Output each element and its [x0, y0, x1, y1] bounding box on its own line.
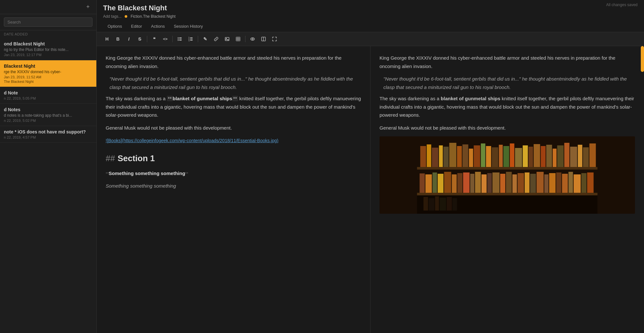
toolbar-highlight-btn[interactable]: ✎ — [200, 34, 210, 44]
tab-session-history[interactable]: Session History — [169, 21, 207, 32]
svg-point-4 — [178, 40, 179, 41]
editor-pane[interactable]: King George the XIXXIV donned his cyber-… — [97, 46, 370, 333]
note-list-item-note3[interactable]: d Note n 22, 2019, 5:05 PM — [0, 87, 96, 104]
note-item-date: Jan 23, 2019, 12:17 PM — [4, 53, 92, 57]
section-hash: ## — [106, 153, 115, 163]
note-item-title: note * iOS does not have md support? — [4, 129, 92, 134]
sidebar-header: + — [0, 0, 96, 14]
note-item-title: ond Blackest Night — [4, 41, 92, 46]
scrollbar-thumb[interactable] — [641, 46, 644, 72]
toolbar-ul-btn[interactable] — [175, 34, 185, 44]
note-item-date: n 22, 2019, 5:05 PM — [4, 96, 92, 100]
svg-rect-72 — [525, 172, 530, 193]
note-list-item-note4[interactable]: d Notes d notes is a note-taking app tha… — [0, 104, 96, 126]
search-input[interactable] — [4, 17, 92, 27]
toolbar-image-btn[interactable] — [222, 34, 232, 44]
note-item-tag: The Blackest Night — [4, 80, 92, 83]
toolbar-strikethrough-btn[interactable]: S — [135, 34, 145, 44]
svg-rect-45 — [534, 144, 540, 167]
svg-rect-55 — [420, 173, 425, 193]
svg-rect-50 — [564, 143, 570, 167]
svg-rect-52 — [578, 145, 582, 167]
svg-rect-79 — [569, 172, 573, 193]
svg-rect-34 — [469, 149, 473, 167]
toolbar-preview-btn[interactable] — [247, 34, 258, 44]
svg-rect-46 — [541, 146, 546, 167]
toolbar-split-btn[interactable] — [258, 34, 269, 44]
preview-quote: "Never thought it'd be 6-foot-tall, sent… — [380, 75, 635, 91]
tab-editor[interactable]: Editor — [127, 21, 147, 32]
svg-rect-84 — [424, 197, 428, 211]
toolbar-separator-3 — [198, 36, 198, 42]
svg-rect-60 — [452, 174, 457, 193]
svg-rect-9 — [190, 39, 193, 39]
section-title-text: Section 1 — [118, 153, 155, 163]
toolbar-code-btn[interactable]: <> — [160, 34, 170, 44]
tab-options[interactable]: Options — [103, 21, 127, 32]
save-status: All changes saved — [606, 3, 638, 7]
note-tags-row: Add tags... Fiction.The Blackest Night — [103, 14, 638, 19]
svg-rect-73 — [530, 174, 536, 193]
preview-bold-phrase: blanket of gunmetal ships — [441, 96, 500, 101]
svg-rect-86 — [435, 196, 439, 211]
add-tags-button[interactable]: Add tags... — [103, 14, 121, 19]
preview-pane: King George the XIXXIV donned his cyber-… — [370, 46, 644, 333]
svg-rect-63 — [470, 174, 475, 193]
svg-rect-57 — [433, 172, 437, 193]
note-title: The Blackest Night — [103, 4, 638, 12]
toolbar-italic-btn[interactable]: I — [124, 34, 134, 44]
subheading-row: **Something something something** — [106, 169, 361, 178]
toolbar-ol-btn[interactable]: 1.2.3. — [186, 34, 196, 44]
svg-point-0 — [178, 37, 179, 38]
svg-rect-32 — [457, 146, 462, 167]
svg-rect-53 — [583, 147, 589, 167]
note-item-title: Blackest Night — [4, 64, 92, 69]
svg-rect-37 — [486, 146, 491, 167]
svg-rect-87 — [440, 198, 446, 211]
svg-point-19 — [251, 38, 255, 40]
svg-text:3.: 3. — [188, 40, 190, 41]
svg-rect-85 — [429, 198, 435, 211]
svg-rect-78 — [562, 174, 568, 193]
svg-rect-88 — [447, 197, 452, 211]
svg-rect-7 — [190, 37, 193, 38]
note-list-item-note2[interactable]: Blackest Night rge the XIXXIV donned his… — [0, 60, 96, 87]
note-list-item-note1[interactable]: ond Blackest Night ng to try the Plus Ed… — [0, 38, 96, 60]
svg-rect-66 — [487, 173, 492, 193]
svg-rect-75 — [544, 174, 549, 193]
svg-rect-31 — [449, 143, 457, 167]
svg-rect-29 — [439, 145, 443, 167]
svg-rect-62 — [463, 172, 470, 193]
add-note-button[interactable]: + — [83, 3, 92, 12]
sidebar-search-container — [0, 14, 96, 30]
editor-area: King George the XIXXIV donned his cyber-… — [97, 46, 644, 333]
subheading-bold: Something something something — [109, 171, 185, 176]
svg-rect-44 — [529, 147, 533, 167]
svg-rect-67 — [493, 172, 500, 193]
svg-rect-58 — [438, 174, 444, 193]
svg-rect-43 — [523, 145, 528, 167]
toolbar-fullscreen-btn[interactable] — [269, 34, 280, 44]
svg-rect-89 — [453, 198, 457, 211]
svg-rect-71 — [518, 173, 524, 193]
toolbar-quote-btn[interactable]: ❝ — [149, 34, 159, 44]
toolbar-bold-btn[interactable]: B — [113, 34, 123, 44]
svg-rect-77 — [556, 172, 562, 193]
svg-rect-81 — [582, 173, 587, 193]
toolbar-link-btn[interactable] — [211, 34, 221, 44]
note-list-item-note5[interactable]: note * iOS does not have md support? n 2… — [0, 126, 96, 143]
editor-image-link: ![Books](https://collegeinfogeek.com/wp-… — [106, 136, 361, 145]
tag-dot — [125, 15, 127, 18]
asterisk-left: ** — [106, 171, 109, 176]
sidebar: + Date Added ond Blackest Night ng to tr… — [0, 0, 97, 333]
note-item-preview: ng to try the Plus Editor for this note.… — [4, 47, 92, 52]
toolbar-heading-btn[interactable]: H — [102, 34, 112, 44]
svg-rect-74 — [537, 172, 544, 193]
preview-paragraph-2: The sky was darkening as a blanket of gu… — [380, 94, 635, 119]
toolbar-table-btn[interactable] — [233, 34, 243, 44]
svg-rect-47 — [546, 145, 552, 167]
bookshelf-svg — [380, 136, 635, 214]
main-content: All changes saved The Blackest Night Add… — [97, 0, 644, 333]
image-link[interactable]: ![Books](https://collegeinfogeek.com/wp-… — [106, 138, 278, 143]
tab-actions[interactable]: Actions — [147, 21, 169, 32]
